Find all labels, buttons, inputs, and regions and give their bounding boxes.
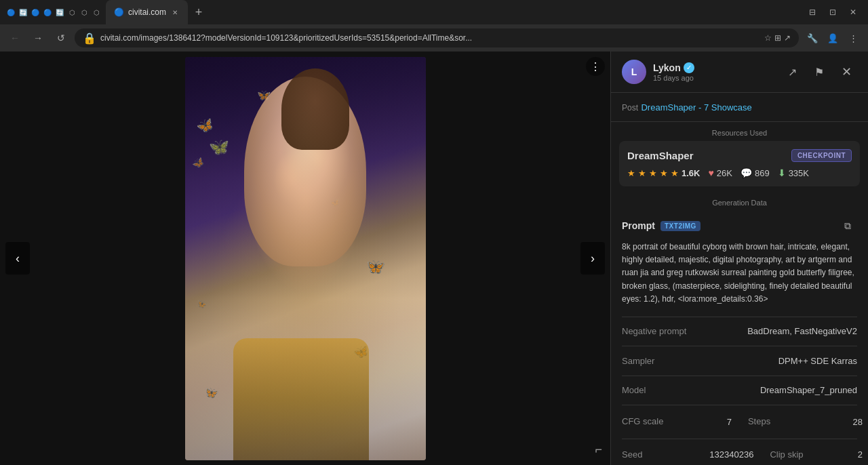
favicon-5[interactable]: 🔄 <box>54 7 65 18</box>
user-info: Lykon ✓ 15 days ago <box>653 62 781 82</box>
flag-icon: ⚑ <box>814 66 824 79</box>
star-3: ★ <box>649 168 657 178</box>
favicon-6[interactable]: ⬡ <box>66 7 77 18</box>
star-2: ★ <box>638 168 646 178</box>
checkpoint-badge: CHECKPOINT <box>791 149 852 162</box>
tab-favicons: 🔵 🔄 🔵 🔵 🔄 ⬡ ⬡ ⬡ <box>5 7 102 18</box>
favicon-4[interactable]: 🔵 <box>42 7 53 18</box>
menu-icon[interactable]: ⋮ <box>844 28 863 47</box>
resource-name[interactable]: DreamShaper <box>627 150 694 161</box>
lock-icon: 🔒 <box>83 32 96 45</box>
favicon-8[interactable]: ⬡ <box>91 7 102 18</box>
negative-prompt-value: BadDream, FastNegativeV2 <box>696 326 857 336</box>
right-panel: L Lykon ✓ 15 days ago ↗ ⚑ ✕ <box>610 52 868 465</box>
txt2img-badge: TXT2IMG <box>660 221 701 231</box>
comment-icon: 💬 <box>741 167 752 178</box>
steps-label: Steps <box>748 416 837 426</box>
pip-icon[interactable]: ⊞ <box>774 33 781 43</box>
prompt-text: 8k portrait of beautiful cyborg with bro… <box>622 241 857 306</box>
prompt-header: Prompt TXT2IMG ⧉ <box>622 216 857 235</box>
verified-badge: ✓ <box>684 62 694 73</box>
forward-button[interactable]: → <box>28 28 47 47</box>
maximize-button[interactable]: ⊡ <box>823 3 842 22</box>
cfg-scale-label: CFG scale <box>622 416 711 426</box>
favicon-3[interactable]: 🔵 <box>30 7 41 18</box>
window-controls: ⊟ ⊡ ✕ <box>803 3 863 22</box>
steps-col: Steps <box>737 413 848 430</box>
heart-icon: ♥ <box>708 167 713 178</box>
browser-chrome: 🔵 🔄 🔵 🔵 🔄 ⬡ ⬡ ⬡ 🔵 civitai.com ✕ + ⊟ ⊡ ✕ … <box>0 0 868 52</box>
favicon-7[interactable]: ⬡ <box>79 7 90 18</box>
steps-value-container: 28 <box>848 413 868 430</box>
close-panel-button[interactable]: ✕ <box>835 61 857 83</box>
model-row: Model DreamShaper_7_pruned <box>611 381 868 399</box>
generation-data-title: Generation Data <box>611 192 868 211</box>
close-tab-button[interactable]: ✕ <box>170 7 180 17</box>
likes-stat: ♥ 26K <box>708 167 732 178</box>
resource-top: DreamShaper CHECKPOINT <box>627 149 852 162</box>
prompt-section: Prompt TXT2IMG ⧉ 8k portrait of beautifu… <box>611 211 868 311</box>
more-options-button[interactable]: ⋮ <box>586 57 605 76</box>
user-name[interactable]: Lykon <box>653 62 681 73</box>
seed-value: 132340236 <box>709 449 753 460</box>
downloads-stat: ⬇ 335K <box>778 167 809 178</box>
back-button[interactable]: ← <box>5 28 24 47</box>
cfg-scale-value-center: 7 <box>722 413 737 430</box>
address-bar-row: ← → ↺ 🔒 civitai.com/images/1386412?model… <box>0 24 868 52</box>
main-artwork: 🦋 🦋 🦋 🦋 🦋 🦋 🦋 🦋 <box>185 57 426 460</box>
image-container: 🦋 🦋 🦋 🦋 🦋 🦋 🦋 🦋 <box>185 52 426 465</box>
prompt-label-row: Prompt TXT2IMG <box>622 220 701 231</box>
likes-count: 26K <box>717 168 732 178</box>
post-link[interactable]: DreamShaper - 7 Showcase <box>641 102 751 113</box>
avatar-letter: L <box>631 66 637 77</box>
star-5: ★ <box>671 168 679 178</box>
clip-skip-value: 2 <box>858 449 863 460</box>
sampler-label: Sampler <box>622 356 696 366</box>
share-address-icon[interactable]: ↗ <box>784 33 791 43</box>
favicon-1[interactable]: 🔵 <box>5 7 16 18</box>
negative-prompt-row: Negative prompt BadDream, FastNegativeV2 <box>611 322 868 340</box>
cfg-scale-col: CFG scale <box>611 413 722 430</box>
download-icon: ⬇ <box>778 167 786 178</box>
negative-prompt-label: Negative prompt <box>622 326 696 336</box>
resources-used-title: Resources Used <box>611 122 868 141</box>
refresh-button[interactable]: ↺ <box>52 28 71 47</box>
close-icon: ✕ <box>842 64 852 79</box>
address-bar[interactable]: 🔒 civitai.com/images/1386412?modelVersio… <box>75 28 799 47</box>
share-icon: ↗ <box>788 66 797 79</box>
right-arrow-icon: › <box>591 251 595 266</box>
user-name-row: Lykon ✓ <box>653 62 781 73</box>
copy-icon: ⧉ <box>844 220 851 232</box>
post-label: Post <box>622 103 638 113</box>
comments-count: 869 <box>755 168 770 178</box>
profile-icon[interactable]: 👤 <box>823 28 842 47</box>
image-panel: 🦋 🦋 🦋 🦋 🦋 🦋 🦋 🦋 ⋮ ‹ <box>0 52 610 465</box>
seed-label: Seed <box>622 449 693 460</box>
resource-stats: ★ ★ ★ ★ ★ 1.6K ♥ 26K 💬 869 ⬇ 335K <box>627 167 852 178</box>
model-value: DreamShaper_7_pruned <box>696 385 857 395</box>
dots-icon: ⋮ <box>590 60 601 73</box>
close-window-button[interactable]: ✕ <box>844 3 863 22</box>
prev-image-button[interactable]: ‹ <box>5 242 30 275</box>
address-text: civitai.com/images/1386412?modelVersionI… <box>100 33 760 43</box>
extensions-icon[interactable]: 🔧 <box>803 28 822 47</box>
copy-button[interactable]: ⧉ <box>838 216 857 235</box>
user-avatar[interactable]: L <box>622 60 646 84</box>
clip-skip-value-container: 2 <box>852 447 868 462</box>
flag-button[interactable]: ⚑ <box>808 61 830 83</box>
seed-clipskip-row: Seed 132340236 Clip skip 2 <box>611 444 868 465</box>
prompt-label: Prompt <box>622 220 655 231</box>
address-icons: ☆ ⊞ ↗ <box>764 33 791 43</box>
bookmark-star-icon[interactable]: ☆ <box>764 33 772 43</box>
favicon-2[interactable]: 🔄 <box>18 7 28 18</box>
cfg-scale-value: 7 <box>727 417 732 427</box>
new-tab-button[interactable]: + <box>189 3 208 22</box>
panel-header: L Lykon ✓ 15 days ago ↗ ⚑ ✕ <box>611 52 868 93</box>
minimize-button[interactable]: ⊟ <box>803 3 822 22</box>
tab-bar: 🔵 🔄 🔵 🔵 🔄 ⬡ ⬡ ⬡ 🔵 civitai.com ✕ + ⊟ ⊡ ✕ <box>0 0 868 24</box>
seed-value-container: 132340236 <box>704 447 759 462</box>
active-tab[interactable]: 🔵 civitai.com ✕ <box>106 0 188 24</box>
share-button[interactable]: ↗ <box>781 61 803 83</box>
cursor-icon: ⌐ <box>595 443 602 457</box>
next-image-button[interactable]: › <box>580 242 605 275</box>
